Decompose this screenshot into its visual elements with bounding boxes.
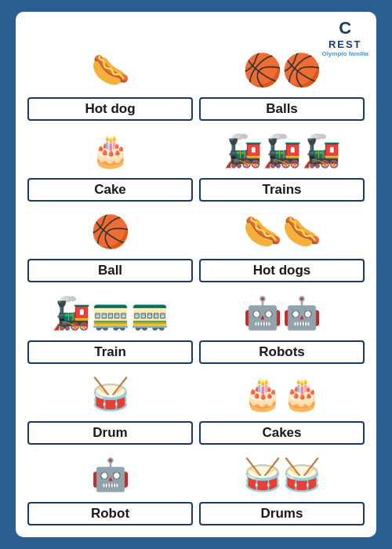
drum-image: 🥁 bbox=[91, 369, 130, 420]
logo: C REST Olympio familia bbox=[321, 18, 368, 57]
trains-label: Trains bbox=[199, 178, 365, 202]
cake-image: 🎂 bbox=[91, 125, 130, 176]
hot-dogs-label: Hot dogs bbox=[199, 259, 365, 282]
item-ball: 🏀Ball bbox=[27, 205, 193, 282]
item-train: 🚂🚃🚃Train bbox=[27, 285, 193, 363]
train-label: Train bbox=[27, 340, 193, 364]
item-hot-dog: 🌭Hot dog bbox=[27, 43, 193, 121]
balls-label: Balls bbox=[199, 97, 365, 121]
ball-image: 🏀 bbox=[91, 206, 130, 257]
robots-label: Robots bbox=[199, 340, 365, 364]
hot-dogs-image: 🌭🌭 bbox=[243, 206, 321, 257]
ball-label: Ball bbox=[27, 259, 193, 282]
item-robot: 🤖Robot bbox=[27, 448, 193, 525]
logo-rest: REST bbox=[321, 38, 368, 50]
drums-label: Drums bbox=[199, 502, 365, 525]
trains-image: 🚂🚂🚂 bbox=[223, 125, 341, 176]
logo-letter: C bbox=[339, 18, 351, 38]
robots-image: 🤖🤖 bbox=[243, 288, 321, 339]
item-drum: 🥁Drum bbox=[27, 367, 193, 445]
item-robots: 🤖🤖Robots bbox=[199, 285, 365, 363]
logo-tagline: Olympio familia bbox=[321, 50, 368, 57]
item-hot-dogs: 🌭🌭Hot dogs bbox=[199, 205, 365, 282]
drum-label: Drum bbox=[27, 421, 193, 445]
train-image: 🚂🚃🚃 bbox=[52, 288, 169, 339]
balls-image: 🏀🏀 bbox=[243, 45, 321, 96]
items-grid: 🌭Hot dog🏀🏀Balls🎂Cake🚂🚂🚂Trains🏀Ball🌭🌭Hot … bbox=[27, 43, 365, 525]
cakes-image: 🎂🎂 bbox=[243, 369, 321, 420]
robot-image: 🤖 bbox=[91, 449, 130, 500]
hot-dog-image: 🌭 bbox=[91, 45, 130, 96]
main-card: C REST Olympio familia 🌭Hot dog🏀🏀Balls🎂C… bbox=[16, 12, 376, 537]
robot-label: Robot bbox=[27, 502, 193, 525]
hot-dog-label: Hot dog bbox=[27, 97, 193, 121]
item-cakes: 🎂🎂Cakes bbox=[199, 367, 365, 445]
item-cake: 🎂Cake bbox=[27, 124, 193, 202]
drums-image: 🥁🥁 bbox=[243, 449, 321, 500]
cake-label: Cake bbox=[27, 178, 193, 202]
item-trains: 🚂🚂🚂Trains bbox=[199, 124, 365, 202]
cakes-label: Cakes bbox=[199, 421, 365, 445]
item-drums: 🥁🥁Drums bbox=[199, 448, 365, 525]
